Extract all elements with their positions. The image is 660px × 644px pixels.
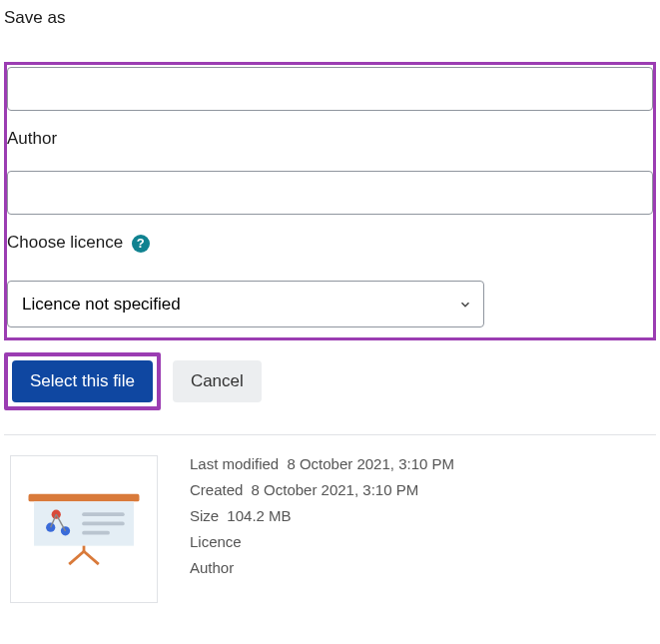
created-label: Created [190, 481, 243, 498]
svg-point-3 [46, 523, 55, 532]
cancel-button[interactable]: Cancel [173, 360, 262, 402]
svg-rect-8 [82, 522, 125, 526]
author-meta-label: Author [190, 559, 234, 576]
save-as-input[interactable] [7, 67, 653, 111]
select-this-file-button[interactable]: Select this file [12, 360, 153, 402]
help-icon[interactable]: ? [132, 235, 150, 253]
author-label: Author [7, 129, 653, 149]
file-thumbnail [10, 455, 158, 603]
last-modified-label: Last modified [190, 455, 279, 472]
licence-select[interactable]: Licence not specified [7, 281, 484, 327]
svg-line-11 [69, 551, 84, 564]
author-input[interactable] [7, 171, 653, 215]
size-label: Size [190, 507, 219, 524]
save-as-label: Save as [4, 8, 656, 28]
select-file-highlight: Select this file [4, 352, 161, 410]
created-value: 8 October 2021, 3:10 PM [252, 481, 419, 498]
choose-licence-label: Choose licence [7, 233, 123, 252]
licence-meta-label: Licence [190, 533, 242, 550]
highlighted-form-region: Author Choose licence ? Licence not spec… [4, 62, 656, 340]
presentation-icon [28, 492, 140, 566]
size-value: 104.2 MB [227, 507, 291, 524]
divider [4, 434, 656, 435]
last-modified-value: 8 October 2021, 3:10 PM [287, 455, 454, 472]
file-metadata: Last modified 8 October 2021, 3:10 PM Cr… [190, 455, 454, 585]
svg-line-12 [84, 551, 99, 564]
svg-rect-9 [82, 531, 110, 535]
svg-rect-0 [29, 494, 140, 501]
svg-rect-7 [82, 512, 125, 516]
